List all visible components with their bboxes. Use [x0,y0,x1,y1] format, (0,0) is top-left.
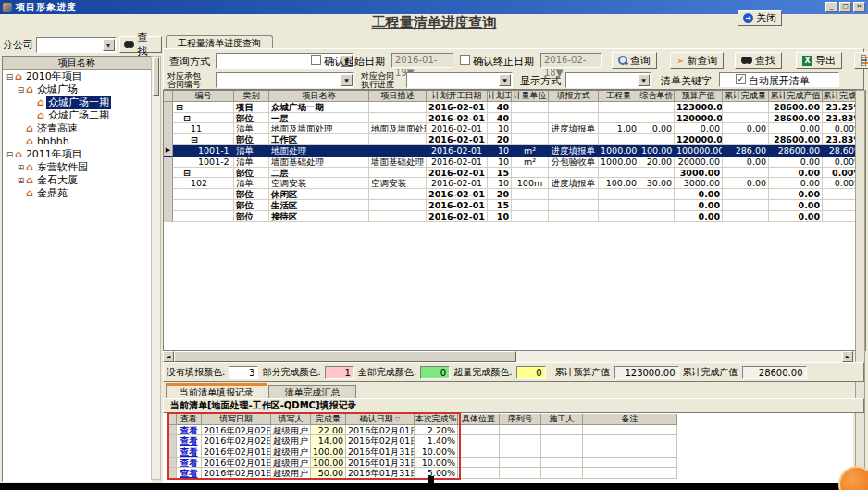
cell-budget-value[interactable]: 0.00 [675,123,723,134]
cell-confirm-date[interactable]: 2016年01月31日 [346,468,415,479]
exec-progress-combo[interactable]: ▼ [406,72,513,88]
cell-location[interactable] [458,458,500,469]
cell-start-date[interactable]: 2016-02-01 [427,123,488,134]
branch-find-button[interactable]: 查找 [119,36,162,53]
tree-item-label[interactable]: 金石大厦 [35,174,80,187]
close-button[interactable]: ➜ 关闭 [738,10,782,26]
cell-budget-value[interactable]: 0.00 [675,189,723,200]
cell-done-value[interactable]: 28600.00 [769,113,823,124]
col-header[interactable]: 累计完成产值 [769,91,823,102]
cell-budget-value[interactable]: 3000.00 [675,168,723,179]
row-selector[interactable] [164,189,173,200]
display-mode-combo[interactable]: ▼ [565,72,651,88]
view-link[interactable]: 查看 [180,425,198,435]
grid-row[interactable]: ▶ 1001-1 清单 地面处理 2016-02-01 10 m² 进度填报单 … [164,145,865,157]
tree-expand-icon[interactable]: ⊟ [5,148,15,161]
cell-start-date[interactable]: 2016-02-01 [427,113,488,124]
cell-duration[interactable]: 10 [488,178,512,189]
row-selector[interactable] [164,200,173,211]
branch-combo[interactable]: ▼ [36,37,117,53]
cell-location[interactable] [458,446,500,458]
cell-fill-date[interactable]: 2016年02月02日 [202,425,271,436]
cell-category[interactable]: 部位 [234,200,269,211]
cell-done-value[interactable]: 0.00 [769,178,823,189]
cell-description[interactable] [369,200,427,211]
tree-item[interactable]: ⊞ ⌂ 金石大厦 [3,174,151,187]
chevron-down-icon[interactable]: ▼ [341,74,353,86]
col-header[interactable]: 确认日期▽ [346,414,415,425]
cell-description[interactable] [369,211,427,222]
cell-quantity[interactable] [599,102,639,113]
cell-duration[interactable]: 20 [488,134,512,145]
cell-confirm-date[interactable]: 2016年01月31日 [346,458,415,469]
end-date-checkbox[interactable] [460,55,470,65]
cell-done-value[interactable]: 0.00 [769,123,823,134]
cell-name[interactable]: 工作区 [269,134,369,145]
cell-description[interactable] [369,134,427,145]
grid-row[interactable]: 102 清单 空调安装 空调安装 2016-02-01 10 100m 进度填报… [164,178,865,189]
cell-complete-qty[interactable]: 100.00 [311,458,346,469]
cell-duration[interactable]: 20 [488,189,512,200]
cell-start-date[interactable]: 2016-02-01 [427,145,488,157]
row-selector[interactable] [164,157,173,168]
minimize-button[interactable]: _ [825,2,837,12]
tree-expand-icon[interactable]: ⊞ [16,161,26,174]
cell-worker[interactable] [541,425,583,436]
cell-fill-user[interactable]: 超级用户 [271,468,311,479]
cell-quantity[interactable]: 100.00 [599,178,639,189]
cell-category[interactable]: 部位 [234,113,269,124]
cell-budget-value[interactable]: 120000.00 [675,113,723,124]
col-header[interactable]: 综合单价 [639,91,675,102]
cell-quantity[interactable]: 1.00 [599,123,639,134]
cell-method[interactable] [549,102,599,113]
cell-method[interactable]: 分包验收单 [549,157,599,168]
cell-fill-date[interactable]: 2016年02月02日 [202,435,271,446]
cell-unit[interactable] [512,168,549,179]
row-selector[interactable] [164,178,173,189]
cell-unit-price[interactable] [639,211,675,222]
col-header[interactable]: 具体位置 [458,414,500,425]
cell-sequence[interactable] [500,425,541,436]
cell-complete-qty[interactable]: 100.00 [311,446,346,458]
tree-scrollbar[interactable] [151,56,161,480]
start-date-picker[interactable]: 2016-01-19▼ [391,53,453,68]
cell-description[interactable] [369,168,427,179]
row-selector[interactable] [164,168,173,179]
record-row[interactable]: 查看 2016年02月01日 超级用户 100.00 2016年01月31日 1… [169,446,677,458]
tree-expand-icon[interactable]: ⊞ [16,174,26,187]
col-header[interactable]: 查看 [177,414,202,425]
cell-category[interactable]: 清单 [234,157,269,168]
cell-start-date[interactable]: 2016-02-01 [427,168,488,179]
cell-duration[interactable]: 10 [488,157,512,168]
col-header[interactable]: 填写日期 [202,414,271,425]
query-button[interactable]: 查询 [612,52,657,69]
cell-budget-value[interactable]: 120000.00 [675,134,723,145]
tree-expand-icon[interactable]: ⊟ [16,83,26,96]
cell-note[interactable] [583,458,677,469]
grid-row[interactable]: ⊟ 项目 众城广场一期 2016-02-01 40 123000.00 2860… [164,102,865,113]
cell-start-date[interactable]: 2016-02-01 [427,102,488,113]
cell-fill-user[interactable]: 超级用户 [271,446,311,458]
scroll-right-icon[interactable]: ► [842,351,853,362]
export-button[interactable]: X 导出 [796,52,842,69]
view-link[interactable]: 查看 [180,435,198,446]
cell-method[interactable]: 进度填报单 [549,145,599,157]
cell-done-quantity[interactable] [723,211,769,222]
cell-unit[interactable] [512,189,549,200]
cell-unit-price[interactable] [639,189,675,200]
row-selector[interactable]: ▶ [164,145,173,157]
cell-percent[interactable]: 1.40% [415,435,458,446]
cell-name[interactable]: 一层 [269,113,369,124]
cell-unit[interactable] [512,113,549,124]
cell-name[interactable]: 休闲区 [269,189,369,200]
cell-done-value[interactable]: 28600.00 [769,134,823,145]
col-header[interactable]: 预算产值 [675,91,723,102]
cell-name[interactable]: 众城广场一期 [269,102,369,113]
cell-category[interactable]: 清单 [234,145,269,157]
cell-unit[interactable]: 100m [512,178,549,189]
row-selector[interactable] [164,134,173,145]
col-header[interactable]: 项目名称 [269,91,369,102]
cell-unit[interactable]: m² [512,145,549,157]
view-link[interactable]: 查看 [180,446,198,457]
cell-done-value[interactable]: 0.00 [769,168,823,179]
